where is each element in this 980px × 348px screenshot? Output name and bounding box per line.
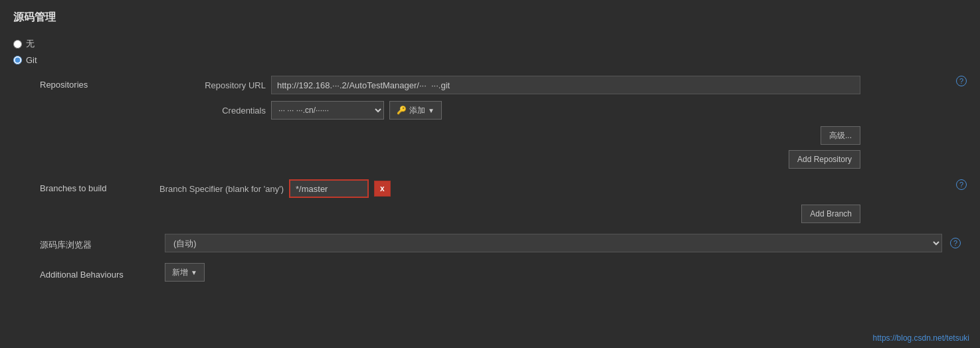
add-branch-container: Add Branch	[159, 205, 860, 223]
page-container: 源码管理 无 Git Repositories ? Repository URL	[0, 0, 980, 303]
radio-none-label: 无	[26, 38, 35, 50]
branch-specifier-input[interactable]	[289, 179, 369, 198]
source-browser-help-icon[interactable]: ?	[950, 238, 961, 248]
repositories-section: ? Repository URL Credentials ··· ··· ···…	[159, 76, 967, 169]
additional-behaviours-label: Additional Behaviours	[40, 266, 159, 280]
branch-specifier-label: Branch Specifier (blank for 'any')	[159, 184, 284, 194]
credentials-dropdown[interactable]: ··· ··· ···.cn/······	[271, 101, 384, 120]
repositories-help-icon[interactable]: ?	[956, 76, 967, 86]
radio-group: 无 Git	[13, 38, 967, 65]
source-browser-label: 源码库浏览器	[40, 235, 159, 251]
repo-url-input[interactable]	[271, 76, 860, 94]
repositories-row: Repositories ? Repository URL Credential…	[40, 76, 967, 169]
branches-row: Branches to build ? Branch Specifier (bl…	[40, 179, 967, 223]
repo-url-row: Repository URL	[159, 76, 860, 94]
source-browser-row: 源码库浏览器 (自动) ?	[40, 234, 967, 252]
branch-specifier-row: Branch Specifier (blank for 'any') x	[159, 179, 860, 198]
additional-behaviours-add-arrow: ▼	[191, 269, 197, 276]
radio-git-input[interactable]	[13, 56, 22, 64]
branches-label: Branches to build	[40, 179, 159, 193]
repositories-content: ? Repository URL Credentials ··· ··· ···…	[159, 76, 967, 169]
credentials-row: Credentials ··· ··· ···.cn/······ 🔑 添加 ▼	[159, 101, 860, 120]
advanced-button[interactable]: 高级...	[821, 126, 860, 145]
repo-right-buttons: 高级... Add Repository	[159, 126, 860, 169]
key-icon: 🔑	[397, 106, 407, 115]
radio-none[interactable]: 无	[13, 38, 967, 50]
git-section: Repositories ? Repository URL Credential…	[40, 76, 967, 282]
add-branch-button[interactable]: Add Branch	[801, 205, 860, 223]
additional-behaviours-row: Additional Behaviours 新增 ▼	[40, 263, 967, 282]
add-credentials-button[interactable]: 🔑 添加 ▼	[389, 101, 442, 120]
repositories-label: Repositories	[40, 76, 159, 90]
page-title: 源码管理	[13, 11, 967, 25]
additional-behaviours-add-button[interactable]: 新增 ▼	[165, 263, 205, 282]
radio-git[interactable]: Git	[13, 55, 967, 65]
branches-help-icon[interactable]: ?	[956, 179, 967, 190]
source-browser-dropdown[interactable]: (自动)	[165, 234, 942, 252]
add-credentials-label: 添加	[409, 105, 425, 116]
repo-url-label: Repository URL	[159, 80, 266, 90]
credentials-label: Credentials	[159, 106, 266, 116]
branches-content: ? Branch Specifier (blank for 'any') x A…	[159, 179, 967, 223]
radio-none-input[interactable]	[13, 40, 22, 48]
radio-git-label: Git	[26, 55, 37, 65]
branches-section: ? Branch Specifier (blank for 'any') x A…	[159, 179, 967, 223]
additional-behaviours-add-label: 新增	[172, 267, 188, 278]
footer-link[interactable]: https://blog.csdn.net/tetsuki	[873, 333, 969, 343]
add-repository-button[interactable]: Add Repository	[789, 150, 860, 169]
delete-branch-button[interactable]: x	[374, 181, 391, 197]
add-credentials-arrow: ▼	[428, 107, 435, 114]
